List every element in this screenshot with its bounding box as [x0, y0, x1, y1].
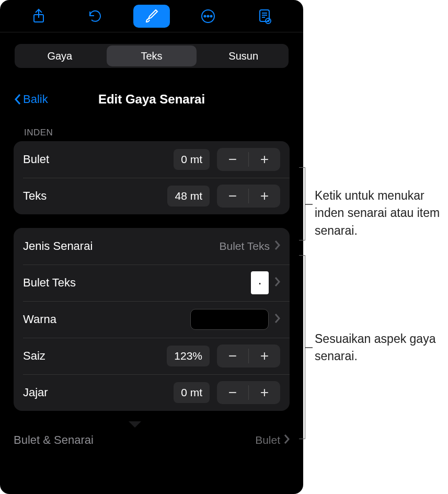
style-group: Jenis Senarai Bulet Teks Bulet Teks · Wa… [14, 228, 290, 411]
plus-button[interactable]: + [249, 185, 280, 208]
jajar-label: Jajar [23, 386, 174, 399]
bulet-teks-label: Bulet Teks [23, 276, 251, 290]
bullet-preview: · [251, 271, 269, 294]
minus-button[interactable]: − [217, 185, 248, 208]
inden-bulet-row: Bulet 0 mt − + [14, 141, 290, 178]
callout-bracket-inden [299, 167, 305, 240]
panel-header: Balik Edit Gaya Senarai [8, 84, 295, 115]
inden-teks-label: Teks [23, 189, 167, 203]
jajar-row: Jajar 0 mt − + [14, 374, 290, 411]
saiz-stepper: − + [217, 344, 280, 367]
warna-label: Warna [23, 313, 190, 326]
svg-point-2 [204, 15, 206, 17]
bulet-teks-row[interactable]: Bulet Teks · [14, 265, 290, 301]
jenis-senarai-label: Jenis Senarai [23, 239, 220, 253]
jenis-senarai-value: Bulet Teks [220, 240, 270, 252]
chevron-right-icon [283, 434, 290, 446]
tab-gaya[interactable]: Gaya [15, 44, 105, 68]
brush-icon[interactable] [133, 5, 170, 28]
callout-bracket-style [299, 255, 305, 439]
back-button[interactable]: Balik [14, 93, 48, 106]
jenis-senarai-row[interactable]: Jenis Senarai Bulet Teks [14, 228, 290, 265]
inden-section-label: INDEN [24, 128, 295, 138]
top-toolbar [0, 0, 303, 32]
inden-bulet-label: Bulet [23, 153, 174, 166]
inden-teks-stepper: − + [217, 185, 280, 208]
format-segmented-control: Gaya Teks Susun [15, 44, 289, 68]
svg-point-7 [267, 20, 269, 22]
chevron-right-icon [274, 313, 280, 326]
svg-point-4 [211, 15, 212, 17]
more-icon[interactable] [190, 5, 226, 28]
inden-group: Bulet 0 mt − + Teks 48 mt − + [14, 141, 290, 214]
tab-teks[interactable]: Teks [107, 45, 197, 66]
minus-button[interactable]: − [217, 148, 248, 171]
callout-leader [305, 204, 313, 205]
bulet-senarai-row[interactable]: Bulet & Senarai Bulet [14, 424, 290, 456]
warna-row[interactable]: Warna [14, 301, 290, 338]
panel-title: Edit Gaya Senarai [98, 92, 205, 107]
callout-style: Sesuaikan aspek gaya senarai. [315, 330, 445, 365]
undo-icon[interactable] [77, 5, 113, 28]
callout-inden: Ketik untuk menukar inden senarai atau i… [315, 187, 445, 239]
chevron-right-icon [274, 277, 280, 289]
plus-button[interactable]: + [249, 344, 280, 367]
inden-teks-row: Teks 48 mt − + [14, 178, 290, 214]
back-label: Balik [23, 93, 48, 106]
minus-button[interactable]: − [217, 381, 248, 404]
inden-bulet-stepper: − + [217, 148, 280, 171]
saiz-row: Saiz 123% − + [14, 338, 290, 374]
inden-bulet-value[interactable]: 0 mt [174, 149, 210, 170]
jajar-stepper: − + [217, 381, 280, 404]
color-swatch [190, 309, 269, 330]
callout-leader [305, 347, 313, 348]
inden-teks-value[interactable]: 48 mt [167, 186, 210, 206]
footer-value: Bulet [255, 434, 280, 446]
share-icon[interactable] [20, 5, 57, 28]
chevron-right-icon [274, 240, 280, 252]
saiz-label: Saiz [23, 349, 167, 363]
edit-list-style-panel: Balik Edit Gaya Senarai INDEN Bulet 0 mt… [8, 84, 295, 411]
saiz-value[interactable]: 123% [167, 346, 210, 366]
popover-pointer [129, 421, 141, 428]
plus-button[interactable]: + [249, 381, 280, 404]
device-frame: Gaya Teks Susun Balik Edit Gaya Senarai … [0, 0, 303, 494]
jajar-value[interactable]: 0 mt [174, 382, 210, 403]
document-icon[interactable] [246, 5, 283, 28]
svg-point-3 [208, 15, 209, 17]
minus-button[interactable]: − [217, 344, 248, 367]
tab-susun[interactable]: Susun [198, 44, 289, 68]
footer-label: Bulet & Senarai [14, 433, 255, 447]
plus-button[interactable]: + [249, 148, 280, 171]
